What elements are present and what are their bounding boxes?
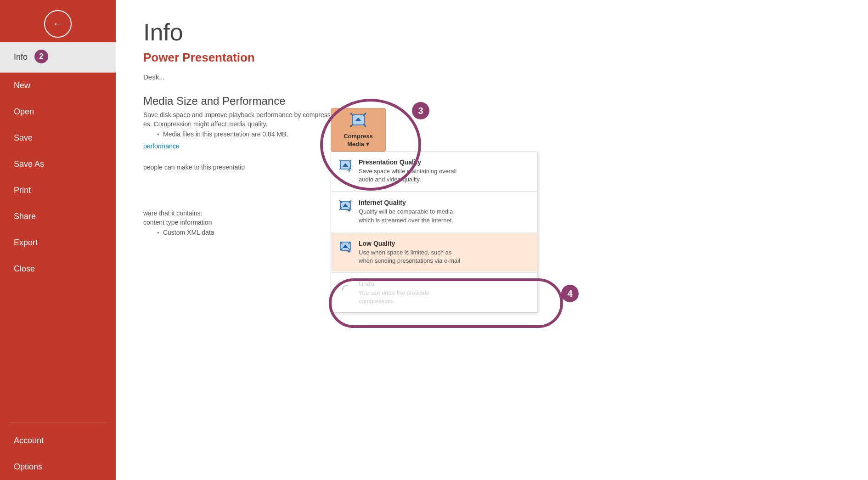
sidebar-item-save-as[interactable]: Save As xyxy=(0,151,116,177)
sidebar-item-label: Save xyxy=(14,133,33,142)
main-content: Info Power Presentation Desk... Media Si… xyxy=(116,0,868,480)
compress-media-dropdown: Presentation Quality Save space while ma… xyxy=(331,152,537,313)
sidebar-item-label: Close xyxy=(14,264,35,273)
presentation-title: Power Presentation xyxy=(116,51,868,73)
sidebar-divider xyxy=(9,423,107,423)
back-arrow-icon: ← xyxy=(53,18,63,30)
iq-desc: Quality will be comparable to media whic… xyxy=(359,208,530,224)
iq-title: Internet Quality xyxy=(359,199,530,206)
sidebar-item-label: Open xyxy=(14,107,34,116)
low-quality-icon xyxy=(338,241,352,256)
dropdown-item-undo: Undo You can undo the previous compressi… xyxy=(331,274,537,312)
sidebar-item-export[interactable]: Export xyxy=(0,230,116,256)
low-quality-content: Low Quality Use when space is limited, s… xyxy=(359,240,530,265)
page-title: Info xyxy=(116,0,868,51)
sidebar-item-close[interactable]: Close xyxy=(0,256,116,282)
sidebar-item-label: Account xyxy=(14,436,44,445)
media-file-info: Media files in this presentation are 0.8… xyxy=(116,130,868,142)
undo-title: Undo xyxy=(359,280,530,288)
media-section-desc1: Save disk space and improve playback per… xyxy=(116,111,868,120)
presentation-quality-icon xyxy=(338,159,352,175)
badge-4-text: 4 xyxy=(567,288,572,299)
sidebar-item-save[interactable]: Save xyxy=(0,125,116,151)
compat-link-text: performance xyxy=(143,142,180,150)
back-button[interactable]: ← xyxy=(44,10,72,38)
sidebar-bottom: Account Options xyxy=(0,418,116,480)
sidebar-item-open[interactable]: Open xyxy=(0,99,116,125)
compress-media-container: CompressMedia ▾ xyxy=(331,108,386,152)
dropdown-divider-2 xyxy=(331,232,537,232)
compress-media-label: CompressMedia ▾ xyxy=(344,133,373,148)
info-badge: 2 xyxy=(34,50,48,63)
presentation-quality-content: Presentation Quality Save space while ma… xyxy=(359,158,530,184)
media-section-desc2: es. Compression might affect media quali… xyxy=(116,120,868,130)
sidebar-item-account[interactable]: Account xyxy=(0,428,116,454)
dropdown-item-internet-quality[interactable]: Internet Quality Quality will be compara… xyxy=(331,192,537,231)
dropdown-divider-1 xyxy=(331,191,537,192)
dropdown-divider-3 xyxy=(331,272,537,273)
sidebar-item-label: Share xyxy=(14,212,36,221)
section3-xml-text: Custom XML data xyxy=(163,229,214,236)
internet-quality-icon xyxy=(338,200,352,215)
sidebar-item-label: Save As xyxy=(14,159,44,169)
media-section-title: Media Size and Performance xyxy=(116,90,868,111)
sidebar-item-label: Options xyxy=(14,462,42,471)
sidebar-item-share[interactable]: Share xyxy=(0,203,116,230)
internet-quality-content: Internet Quality Quality will be compara… xyxy=(359,199,530,224)
compress-icon xyxy=(349,111,368,130)
sidebar-item-info[interactable]: Info 2 xyxy=(0,42,116,73)
sidebar: ← Info 2 New Open Save Save As Print Sha… xyxy=(0,0,116,480)
dropdown-item-presentation-quality[interactable]: Presentation Quality Save space while ma… xyxy=(331,152,537,190)
pq-desc: Save space while maintaining overall aud… xyxy=(359,167,530,184)
lq-desc: Use when space is limited, such as when … xyxy=(359,248,530,265)
media-file-text: Media files in this presentation are 0.8… xyxy=(163,130,288,138)
dropdown-item-low-quality[interactable]: Low Quality Use when space is limited, s… xyxy=(331,233,537,271)
sidebar-item-label: Info xyxy=(14,52,28,62)
sidebar-item-new[interactable]: New xyxy=(0,73,116,99)
sidebar-item-label: Print xyxy=(14,186,31,195)
sidebar-item-print[interactable]: Print xyxy=(0,177,116,203)
pq-title: Presentation Quality xyxy=(359,158,530,166)
annotation-badge-4: 4 xyxy=(561,285,579,302)
undo-icon xyxy=(338,281,352,297)
undo-content: Undo You can undo the previous compressi… xyxy=(359,280,530,305)
compress-media-button[interactable]: CompressMedia ▾ xyxy=(331,108,386,152)
undo-desc: You can undo the previous compression. xyxy=(359,289,530,305)
file-location: Desk... xyxy=(116,73,868,90)
sidebar-item-label: Export xyxy=(14,238,38,247)
lq-title: Low Quality xyxy=(359,240,530,247)
sidebar-item-label: New xyxy=(14,81,30,90)
sidebar-item-options[interactable]: Options xyxy=(0,454,116,480)
